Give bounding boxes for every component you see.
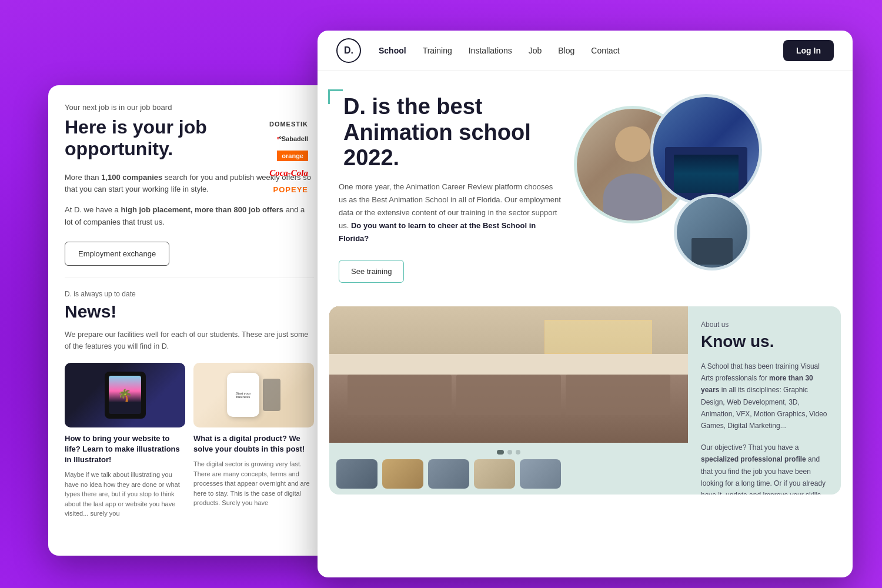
see-training-button[interactable]: See training	[339, 260, 404, 283]
news-section: D. is always up to date News! We prepare…	[65, 278, 314, 519]
news-card-1-image: 🌴	[65, 363, 185, 427]
thumbnail-strip	[329, 457, 688, 495]
nav-links: School Training Installations Job Blog C…	[379, 46, 783, 55]
thumb-5[interactable]	[520, 459, 561, 489]
logo-coca: Coca‑Cola	[255, 168, 308, 178]
news-card-2-title: What is a digital product? We solve your…	[193, 433, 314, 455]
phone-screen: Start yourbusiness	[233, 389, 253, 401]
nav-job[interactable]: Job	[529, 46, 542, 55]
thumb-1[interactable]	[336, 459, 377, 489]
thumb-3[interactable]	[428, 459, 469, 489]
nav-installations[interactable]: Installations	[469, 46, 512, 55]
about-main-image	[329, 306, 688, 443]
office-desks	[348, 375, 670, 416]
nav-training[interactable]: Training	[423, 46, 452, 55]
navigation: D. School Training Installations Job Blo…	[318, 31, 853, 71]
tablet-visual: 🌴	[105, 372, 146, 419]
job-hero: DOMESTIK ººSabadell orange Coca‑Cola POP…	[65, 103, 314, 278]
news-desc: We prepare our facilities well for each …	[65, 329, 314, 352]
about-tagline: About us	[701, 320, 828, 329]
card-left: DOMESTIK ººSabadell orange Coca‑Cola POP…	[48, 85, 330, 556]
office-wall	[329, 354, 688, 375]
nav-blog[interactable]: Blog	[558, 46, 574, 55]
news-card-1-text: Maybe if we talk about illustrating you …	[65, 470, 185, 519]
job-desc2: At D. we have a high job placement, more…	[65, 204, 314, 229]
logo-orange: orange	[277, 151, 308, 161]
background: DOMESTIK ººSabadell orange Coca‑Cola POP…	[0, 0, 882, 588]
hero-title: D. is the best Animation school 2022.	[339, 94, 562, 171]
news-card-1-title: How to bring your website to life? Learn…	[65, 433, 185, 466]
job-tagline: Your next job is in our job board	[65, 103, 314, 112]
hero-desc: One more year, the Animation Career Revi…	[339, 181, 562, 245]
carousel-area	[329, 443, 688, 457]
nav-school[interactable]: School	[379, 46, 406, 55]
logo-orange-wrapper: orange	[255, 150, 308, 161]
logos-column: DOMESTIK ººSabadell orange Coca‑Cola POP…	[255, 121, 314, 194]
login-button[interactable]: Log In	[783, 40, 834, 61]
hero-text: D. is the best Animation school 2022. On…	[339, 94, 562, 283]
dot-3[interactable]	[516, 450, 520, 455]
hero-image-3	[674, 194, 750, 270]
office-visual	[329, 306, 688, 443]
about-text: About us Know us. A School that has been…	[688, 306, 841, 495]
window-light	[544, 320, 652, 354]
logo: D.	[336, 38, 361, 63]
about-image-area	[329, 306, 688, 495]
dot-2[interactable]	[507, 450, 512, 455]
card-right: D. School Training Installations Job Blo…	[318, 31, 853, 577]
news-card-1: 🌴 How to bring your website to life? Lea…	[65, 363, 185, 519]
person1-head	[615, 126, 650, 162]
about-desc-2: Our objective? That you have a specializ…	[701, 442, 828, 495]
news-headline: News!	[65, 302, 314, 322]
card-left-content: DOMESTIK ººSabadell orange Coca‑Cola POP…	[48, 85, 330, 548]
pencil-visual	[263, 379, 280, 411]
desk-2	[456, 375, 561, 416]
person1-body	[603, 173, 662, 220]
logo-sabadell: ººSabadell	[255, 135, 308, 143]
employment-exchange-button[interactable]: Employment exchange	[65, 242, 169, 266]
thumb-2[interactable]	[382, 459, 423, 489]
palm-icon: 🌴	[118, 388, 132, 402]
news-card-2-image: Start yourbusiness	[193, 363, 314, 427]
tablet-screen: 🌴	[109, 376, 141, 414]
logo-domestik: DOMESTIK	[255, 121, 308, 128]
thumb-4[interactable]	[474, 459, 515, 489]
logo-popeye: POPEYE	[255, 185, 308, 194]
nav-contact[interactable]: Contact	[591, 46, 619, 55]
hero-section: D. is the best Animation school 2022. On…	[318, 71, 853, 300]
monitor-visual	[665, 147, 747, 200]
about-section: About us Know us. A School that has been…	[329, 306, 841, 495]
hero-image-2	[650, 94, 762, 206]
about-desc-1: A School that has been training Visual A…	[701, 360, 828, 432]
desk-1	[348, 375, 452, 416]
hero-images	[574, 94, 762, 276]
news-tagline: D. is always up to date	[65, 290, 314, 298]
laptop-visual	[691, 238, 733, 265]
about-title: Know us.	[701, 332, 828, 351]
phone-visual: Start yourbusiness	[227, 373, 259, 417]
news-cards: 🌴 How to bring your website to life? Lea…	[65, 363, 314, 519]
desk-3	[566, 375, 670, 416]
carousel-dots	[336, 446, 681, 457]
news-card-2: Start yourbusiness What is a digital pro…	[193, 363, 314, 519]
news-card-2-text: The digital sector is growing very fast.…	[193, 459, 314, 508]
dot-1[interactable]	[497, 450, 504, 455]
